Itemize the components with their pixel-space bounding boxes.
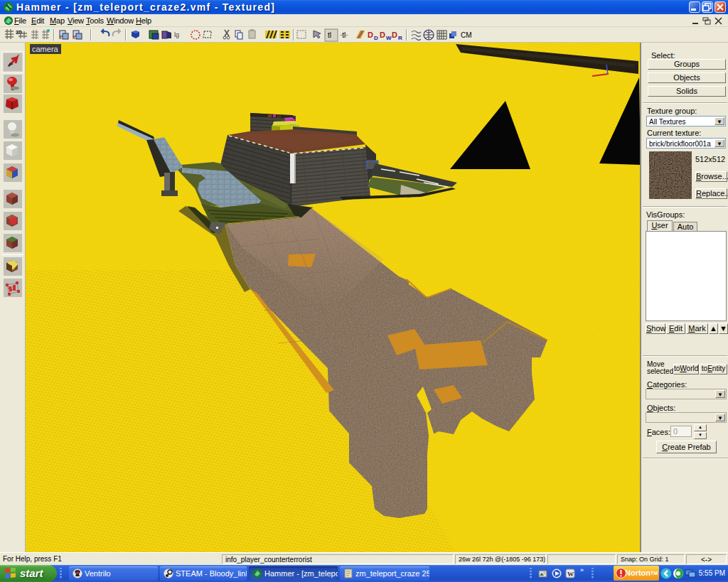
svg-text:s: s (73, 33, 75, 41)
svg-text:D: D (374, 35, 378, 41)
svg-text:D: D (380, 31, 385, 39)
svg-text:lg: lg (174, 31, 179, 38)
svg-text:D: D (392, 31, 397, 39)
svg-text:W: W (386, 35, 392, 41)
svg-text:tl: tl (328, 31, 331, 39)
svg-text:·tl·: ·tl· (340, 31, 348, 39)
svg-text:D: D (368, 31, 373, 39)
svg-text:W: W (567, 571, 574, 578)
svg-text:R: R (398, 35, 402, 41)
svg-text:s: s (59, 33, 62, 41)
svg-text:CM: CM (461, 31, 472, 39)
